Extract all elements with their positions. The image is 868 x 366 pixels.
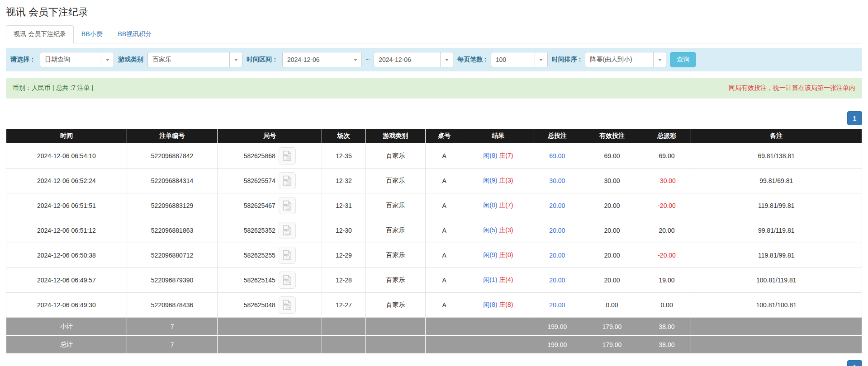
column-header: 总投注 bbox=[533, 129, 581, 144]
summary-total-bet-cell: 199.00 bbox=[533, 318, 581, 336]
game-type-cell: 百家乐 bbox=[365, 293, 425, 318]
remark-cell: 99.81/119.81 bbox=[691, 218, 862, 243]
table-body: 2024-12-06 06:54:10 522096887842 5826258… bbox=[6, 144, 862, 318]
page-1-button[interactable]: 1 bbox=[847, 111, 862, 125]
table-no-cell: A bbox=[426, 293, 463, 318]
banker-result: 庄(7) bbox=[499, 202, 513, 209]
summary-row: 总计 7 199.00 179.00 38.00 bbox=[6, 336, 862, 354]
time-cell: 2024-12-06 06:50:38 bbox=[6, 243, 127, 268]
tab-2[interactable]: BB视讯积分 bbox=[110, 25, 160, 43]
result-cell: 闲(9) 庄(0) bbox=[463, 243, 533, 268]
summary-count-cell: 7 bbox=[127, 318, 218, 336]
total-bet-link[interactable]: 20.00 bbox=[549, 227, 565, 234]
video-replay-button[interactable] bbox=[279, 172, 296, 189]
session-cell: 12-27 bbox=[322, 293, 365, 318]
video-file-icon bbox=[282, 300, 292, 310]
time-cell: 2024-12-06 06:49:30 bbox=[6, 293, 127, 318]
session-cell: 12-28 bbox=[322, 268, 365, 293]
video-replay-button[interactable] bbox=[279, 222, 296, 239]
summary-payout-cell: 38.00 bbox=[643, 318, 691, 336]
pagination-top: 1 bbox=[6, 111, 862, 125]
remark-cell: 99.81/69.81 bbox=[691, 169, 862, 193]
valid-bet-cell: 30.00 bbox=[581, 169, 643, 193]
banker-result: 庄(7) bbox=[499, 152, 513, 159]
column-header: 有效投注 bbox=[581, 129, 643, 144]
total-bet-cell: 30.00 bbox=[533, 169, 581, 193]
bet-id-cell: 522096879390 bbox=[127, 268, 218, 293]
table-no-cell: A bbox=[426, 268, 463, 293]
result-cell: 闲(8) 庄(8) bbox=[463, 293, 533, 318]
page-size-select[interactable]: 100 bbox=[491, 52, 548, 67]
bet-id-cell: 522096881863 bbox=[127, 218, 218, 243]
column-header: 场次 bbox=[322, 129, 365, 144]
player-result: 闲(8) bbox=[483, 152, 497, 159]
bet-id-cell: 522096887842 bbox=[127, 144, 218, 169]
total-bet-link[interactable]: 20.00 bbox=[549, 277, 565, 284]
round-cell: 582625467 bbox=[218, 193, 322, 218]
date-from-select[interactable]: 2024-12-06 bbox=[282, 52, 362, 67]
table-no-cell: A bbox=[426, 193, 463, 218]
currency-total-text: 币别：人民币 | 总共 :7 注单 | bbox=[13, 84, 93, 92]
total-bet-link[interactable]: 20.00 bbox=[549, 301, 565, 309]
remark-cell: 100.81/100.81 bbox=[691, 293, 862, 318]
round-id: 582625145 bbox=[244, 277, 275, 284]
table-row: 2024-12-06 06:50:38 522096880712 5826252… bbox=[6, 243, 862, 268]
summary-total-bet-cell: 199.00 bbox=[533, 336, 581, 354]
time-sort-select[interactable]: 降幂(由大到小) bbox=[585, 52, 666, 67]
video-file-icon bbox=[282, 175, 292, 186]
video-replay-button[interactable] bbox=[279, 147, 296, 164]
total-bet-link[interactable]: 20.00 bbox=[549, 202, 565, 209]
column-header: 桌号 bbox=[426, 129, 463, 144]
valid-bet-cell: 20.00 bbox=[581, 243, 643, 268]
column-header: 注单编号 bbox=[127, 129, 218, 144]
total-bet-cell: 20.00 bbox=[533, 218, 581, 243]
table-row: 2024-12-06 06:49:30 522096878436 5826250… bbox=[6, 293, 862, 318]
total-bet-link[interactable]: 30.00 bbox=[549, 177, 565, 184]
player-result: 闲(5) bbox=[483, 226, 497, 234]
table-no-cell: A bbox=[426, 243, 463, 268]
video-replay-button[interactable] bbox=[279, 247, 296, 264]
summary-row: 小计 7 199.00 179.00 38.00 bbox=[6, 318, 862, 336]
summary-count-cell: 7 bbox=[127, 336, 218, 354]
valid-bet-cell: 0.00 bbox=[581, 293, 643, 318]
game-type-select[interactable]: 百家乐 bbox=[147, 52, 242, 67]
summary-bar: 币别：人民币 | 总共 :7 注单 | 同局有效投注，统一计算在该局第一张注单内 bbox=[6, 78, 862, 99]
tab-1[interactable]: BB小费 bbox=[74, 25, 110, 43]
total-bet-link[interactable]: 20.00 bbox=[549, 252, 565, 259]
result-cell: 闲(9) 庄(3) bbox=[463, 169, 533, 193]
banker-result: 庄(3) bbox=[499, 177, 513, 184]
round-id: 582625868 bbox=[244, 152, 275, 160]
video-replay-button[interactable] bbox=[279, 296, 296, 314]
round-id: 582625574 bbox=[244, 177, 275, 184]
date-to-select[interactable]: 2024-12-06 bbox=[374, 52, 453, 67]
search-button[interactable]: 查询 bbox=[670, 52, 696, 67]
total-bet-link[interactable]: 69.00 bbox=[549, 152, 565, 160]
remark-cell: 119.81/99.81 bbox=[691, 193, 862, 218]
table-row: 2024-12-06 06:52:24 522096884314 5826255… bbox=[6, 169, 862, 193]
banker-result: 庄(4) bbox=[499, 276, 513, 283]
summary-payout-cell: 38.00 bbox=[643, 336, 691, 354]
page-1-button[interactable]: 1 bbox=[847, 360, 862, 366]
table-row: 2024-12-06 06:51:51 522096883129 5826254… bbox=[6, 193, 862, 218]
table-no-cell: A bbox=[426, 169, 463, 193]
column-header: 备注 bbox=[691, 129, 862, 144]
payout-cell: 0.00 bbox=[643, 293, 691, 318]
round-cell: 582625255 bbox=[218, 243, 322, 268]
payout-cell: -20.00 bbox=[643, 243, 691, 268]
bet-id-cell: 522096880712 bbox=[127, 243, 218, 268]
tab-0[interactable]: 视讯 会员下注纪录 bbox=[6, 25, 74, 43]
query-type-select[interactable]: 日期查询 bbox=[40, 52, 114, 67]
valid-bet-cell: 20.00 bbox=[581, 268, 643, 293]
game-type-cell: 百家乐 bbox=[365, 144, 425, 169]
video-replay-button[interactable] bbox=[279, 272, 296, 289]
valid-bet-notice-text: 同局有效投注，统一计算在该局第一张注单内 bbox=[729, 84, 855, 92]
game-type-label: 游戏类别 bbox=[118, 56, 143, 64]
video-replay-button[interactable] bbox=[279, 197, 296, 214]
table-row: 2024-12-06 06:51:12 522096881863 5826253… bbox=[6, 218, 862, 243]
payout-cell: 69.00 bbox=[643, 144, 691, 169]
tab-bar: 视讯 会员下注纪录BB小费BB视讯积分 bbox=[6, 25, 862, 43]
caret-down-icon bbox=[101, 52, 114, 67]
banker-result: 庄(0) bbox=[499, 251, 513, 258]
banker-result: 庄(3) bbox=[499, 226, 513, 234]
session-cell: 12-32 bbox=[322, 169, 365, 193]
